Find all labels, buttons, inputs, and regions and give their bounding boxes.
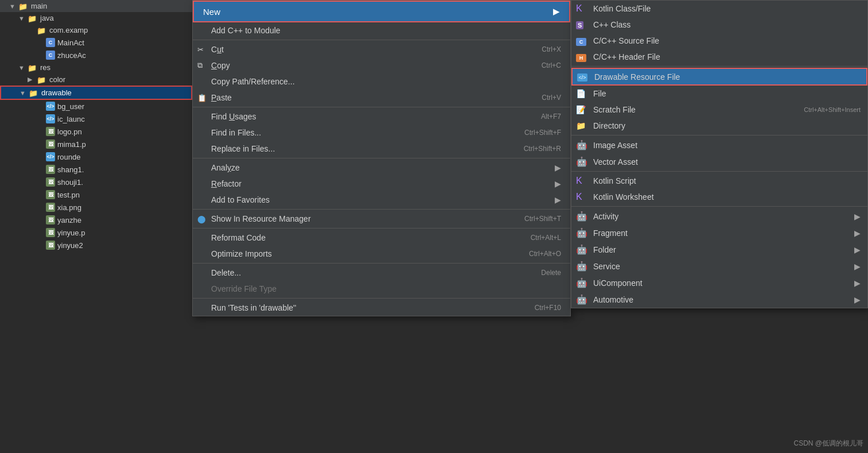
sidebar-item-test-png[interactable]: 🖼 test.pn [0,188,192,201]
menu-item-activity[interactable]: 🤖 Activity ▶ [571,208,867,224]
right-menu-separator-2 [571,135,867,135]
menu-item-service-label: Service [593,262,850,271]
menu-item-kotlin-script[interactable]: K Kotlin Script [571,173,867,189]
menu-item-paste-shortcut: Ctrl+V [542,94,561,102]
sidebar-item-zhuceact[interactable]: C zhuceAc [0,49,192,61]
paste-icon: 📋 [197,94,207,102]
drawable-icon: </> [46,102,55,111]
sidebar-item-mainact[interactable]: C MainAct [0,36,192,49]
image-icon: 🖼 [46,215,55,224]
menu-item-cut[interactable]: ✂ Cut Ctrl+X [193,41,570,57]
menu-item-ui-component[interactable]: 🤖 UiComponent ▶ [571,274,867,291]
menu-item-kotlin-worksheet[interactable]: K Kotlin Worksheet [571,189,867,205]
menu-item-paste[interactable]: 📋 Paste Ctrl+V [193,90,570,106]
menu-item-fragment[interactable]: 🤖 Fragment ▶ [571,224,867,241]
menu-item-c-source[interactable]: C C/C++ Source File [571,33,867,49]
menu-item-copy-path[interactable]: Copy Path/Reference... [193,73,570,90]
sidebar-item-bg-user[interactable]: </> bg_user [0,100,192,113]
menu-item-analyze-label: Analyze [211,163,550,172]
sidebar-item-yinyue2[interactable]: 🖼 yinyue2 [0,239,192,251]
sidebar-item-res[interactable]: ▼ 📁 res [0,61,192,73]
menu-item-folder[interactable]: 🤖 Folder ▶ [571,241,867,258]
sidebar-item-rounded[interactable]: </> rounde [0,150,192,163]
menu-item-reformat-code-shortcut: Ctrl+Alt+L [531,234,561,242]
sidebar-item-label: ic_launc [57,115,85,123]
menu-item-file[interactable]: 📄 File [571,86,867,102]
sidebar-item-java[interactable]: ▼ 📁 java [0,12,192,24]
c-source-icon: C [576,36,590,46]
menu-item-show-resource[interactable]: ⬤ Show In Resource Manager Ctrl+Shift+T [193,211,570,227]
sidebar-item-yinyue-p[interactable]: 🖼 yinyue.p [0,226,192,239]
menu-item-cut-shortcut: Ctrl+X [542,45,561,53]
menu-item-refactor-label: Refactor [211,179,550,188]
menu-item-add-cpp[interactable]: Add C++ to Module [193,22,570,38]
sidebar-item-yanzher[interactable]: 🖼 yanzhe [0,214,192,226]
image-icon: 🖼 [46,228,55,237]
menu-item-add-favorites[interactable]: Add to Favorites ▶ [193,192,570,208]
menu-item-image-asset[interactable]: 🤖 Image Asset [571,137,867,153]
sidebar-item-xia-png[interactable]: 🖼 xia.png [0,201,192,214]
menu-item-vector-asset-label: Vector Asset [593,157,861,167]
menu-item-kotlin-worksheet-label: Kotlin Worksheet [593,192,861,202]
menu-item-copy[interactable]: ⧉ Copy Ctrl+C [193,57,570,73]
menu-item-c-header[interactable]: H C/C++ Header File [571,49,867,65]
sidebar-item-logo-png[interactable]: 🖼 logo.pn [0,125,192,138]
folder-icon: 📁 [18,2,29,10]
menu-item-image-asset-label: Image Asset [593,141,861,150]
image-icon: 🖼 [46,241,55,250]
sidebar-item-com-examp[interactable]: 📁 com.examp [0,24,192,36]
menu-item-cpp-class[interactable]: S C++ Class [571,17,867,33]
menu-item-reformat-code[interactable]: Reformat Code Ctrl+Alt+L [193,230,570,246]
image-icon: 🖼 [46,190,55,199]
menu-item-activity-label: Activity [593,212,850,221]
sidebar-item-label: xia.png [57,203,81,212]
menu-item-new[interactable]: New ▶ [193,1,570,22]
class-icon: C [46,51,55,60]
sidebar-item-color[interactable]: ▶ 📁 color [0,73,192,86]
menu-item-service[interactable]: 🤖 Service ▶ [571,258,867,274]
menu-item-delete[interactable]: Delete... Delete [193,265,570,281]
menu-item-cpp-class-label: C++ Class [593,20,861,29]
watermark: CSDN @低调的根儿哥 [793,439,863,448]
folder-icon: 📁 [37,26,47,34]
kotlin-worksheet-icon: K [576,192,590,202]
menu-separator-2 [193,107,570,107]
sidebar-item-label: res [40,63,50,72]
folder-android-icon: 🤖 [576,244,590,255]
menu-item-find-files[interactable]: Find in Files... Ctrl+Shift+F [193,125,570,141]
menu-item-find-usages-shortcut: Alt+F7 [541,113,561,121]
sidebar: ▼ 📁 main ▼ 📁 java 📁 com.examp C MainAct … [0,0,192,453]
menu-item-automotive[interactable]: 🤖 Automotive ▶ [571,291,867,308]
menu-item-delete-label: Delete... [211,268,518,277]
menu-item-add-cpp-label: Add C++ to Module [211,26,561,35]
menu-item-find-usages[interactable]: Find Usages Alt+F7 [193,109,570,125]
menu-item-replace-files[interactable]: Replace in Files... Ctrl+Shift+R [193,141,570,157]
ui-component-android-icon: 🤖 [576,277,590,288]
sidebar-item-label: yinyue.p [57,229,85,237]
menu-item-vector-asset[interactable]: 🤖 Vector Asset [571,153,867,170]
sidebar-item-label: yinyue2 [57,241,83,250]
sidebar-item-main[interactable]: ▼ 📁 main [0,0,192,12]
menu-item-drawable-resource[interactable]: </> Drawable Resource File [571,68,867,86]
menu-item-analyze[interactable]: Analyze ▶ [193,160,570,176]
menu-item-show-resource-shortcut: Ctrl+Shift+T [524,215,561,223]
sidebar-item-label: drawable [41,88,72,97]
sidebar-item-ic-launc[interactable]: </> ic_launc [0,113,192,125]
sidebar-item-shang1[interactable]: 🖼 shang1. [0,163,192,176]
menu-item-folder-label: Folder [593,245,850,254]
directory-icon: 📁 [576,121,590,130]
menu-separator [193,40,570,40]
menu-item-refactor[interactable]: Refactor ▶ [193,176,570,192]
sidebar-item-label: main [31,2,47,10]
menu-item-run-drawable[interactable]: Run 'Tests in 'drawable'' Ctrl+F10 [193,300,570,316]
sidebar-item-mima1[interactable]: 🖼 mima1.p [0,138,192,150]
menu-item-kotlin-class[interactable]: K Kotlin Class/File [571,1,867,17]
menu-item-scratch-file[interactable]: 📝 Scratch File Ctrl+Alt+Shift+Insert [571,102,867,118]
menu-item-optimize-imports[interactable]: Optimize Imports Ctrl+Alt+O [193,246,570,262]
menu-item-scratch-file-label: Scratch File [593,105,798,114]
sidebar-item-shouji1[interactable]: 🖼 shouji1. [0,176,192,188]
menu-item-directory-label: Directory [593,121,861,130]
menu-item-override-filetype[interactable]: Override File Type [193,281,570,297]
menu-item-directory[interactable]: 📁 Directory [571,118,867,134]
sidebar-item-drawable[interactable]: ▼ 📁 drawable [0,86,192,100]
